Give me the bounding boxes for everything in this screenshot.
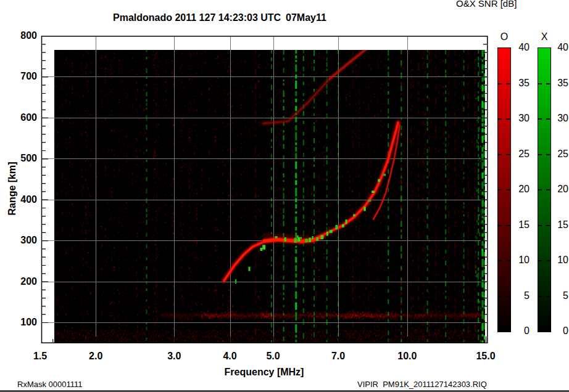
colorbar-tick-mark <box>506 260 510 261</box>
y-tick-label: 200 <box>9 276 37 288</box>
o-colorbar-tick-label: 5 <box>510 290 530 302</box>
o-colorbar-tick-label: 30 <box>510 112 530 125</box>
ionogram-canvas <box>41 36 488 344</box>
o-colorbar-tick-label: 15 <box>510 219 530 231</box>
colorbar-tick-mark <box>506 189 510 190</box>
x-colorbar-tick-label: 5 <box>550 290 568 302</box>
colorbar-tick-mark <box>498 154 502 155</box>
x-colorbar-header: X <box>538 31 551 43</box>
colorbar-tick-mark <box>538 225 542 226</box>
colorbar-tick-mark <box>546 118 550 120</box>
x-tick-label: 7.0 <box>323 350 354 362</box>
x-tick-label: 10.0 <box>392 350 423 362</box>
colorbar-tick-mark <box>546 260 550 261</box>
colorbar-tick-mark <box>538 189 542 190</box>
x-colorbar-tick-label: 10 <box>550 254 568 266</box>
colorbar-tick-mark <box>498 260 502 261</box>
colorbar-tick-mark <box>546 296 550 297</box>
filename-label: VIPIR PM91K_2011127142303.RIQ <box>357 380 487 389</box>
y-tick-label: 300 <box>9 234 37 247</box>
colorbar-tick-mark <box>546 189 550 190</box>
colorbar-tick-mark <box>498 225 502 226</box>
x-colorbar-tick-label: 40 <box>550 41 568 54</box>
colorbar-tick-mark <box>546 154 550 155</box>
x-colorbar-tick-label: 0 <box>550 325 568 337</box>
o-colorbar-tick-label: 10 <box>510 254 530 266</box>
rxmask-label: RxMask 00001111 <box>17 380 83 389</box>
colorbar-tick-mark <box>506 296 510 297</box>
plot-title: Pmaldonado 2011 127 14:23:03 UTC <box>113 12 281 23</box>
x-colorbar-tick-label: 20 <box>550 183 568 195</box>
y-tick-label: 700 <box>9 70 37 83</box>
colorbar-tick-mark <box>538 118 542 120</box>
o-colorbar-tick-label: 25 <box>510 148 530 160</box>
o-colorbar-header: O <box>497 31 511 43</box>
x-tick-label: 4.0 <box>215 350 246 362</box>
o-colorbar-tick-label: 40 <box>510 41 530 54</box>
x-colorbar-tick-label: 25 <box>550 148 568 160</box>
colorbar-tick-mark <box>498 296 502 297</box>
colorbar-tick-mark <box>498 118 502 120</box>
y-tick-label: 800 <box>9 30 37 42</box>
colorbar-tick-mark <box>506 154 510 155</box>
o-colorbar <box>497 47 511 332</box>
colorbar-tick-mark <box>498 189 502 190</box>
x-tick-label: 2.0 <box>80 350 111 362</box>
colorbar-title: O&X SNR [dB] <box>456 0 517 9</box>
x-axis-label: Frequency [MHz] <box>202 367 326 378</box>
o-colorbar-tick-label: 20 <box>510 183 530 195</box>
colorbar-tick-mark <box>538 260 542 261</box>
x-colorbar-tick-label: 35 <box>550 77 568 89</box>
plot-date: 07May11 <box>286 12 326 23</box>
o-colorbar-tick-label: 0 <box>510 325 530 337</box>
x-colorbar-tick-label: 30 <box>550 112 568 125</box>
colorbar-tick-mark <box>538 83 542 84</box>
x-tick-label: 5.0 <box>258 350 289 362</box>
colorbar-tick-mark <box>506 225 510 226</box>
x-colorbar <box>538 47 551 332</box>
colorbar-tick-mark <box>546 225 550 226</box>
y-axis-label: Range [km] <box>7 158 18 219</box>
colorbar-tick-mark <box>506 83 510 84</box>
o-colorbar-tick-label: 35 <box>510 77 530 89</box>
colorbar-tick-mark <box>498 83 502 84</box>
x-colorbar-tick-label: 15 <box>550 219 568 231</box>
y-tick-label: 100 <box>9 316 37 329</box>
ionogram-screen: Pmaldonado 2011 127 14:23:03 UTC 07May11… <box>0 0 569 392</box>
colorbar-tick-mark <box>506 118 510 120</box>
x-tick-label: 15.0 <box>470 350 501 362</box>
colorbar-tick-mark <box>546 83 550 84</box>
y-tick-label: 600 <box>9 112 37 124</box>
colorbar-tick-mark <box>538 154 542 155</box>
x-tick-label: 1.5 <box>25 350 56 362</box>
x-tick-label: 3.0 <box>159 350 189 362</box>
colorbar-tick-mark <box>538 296 542 297</box>
